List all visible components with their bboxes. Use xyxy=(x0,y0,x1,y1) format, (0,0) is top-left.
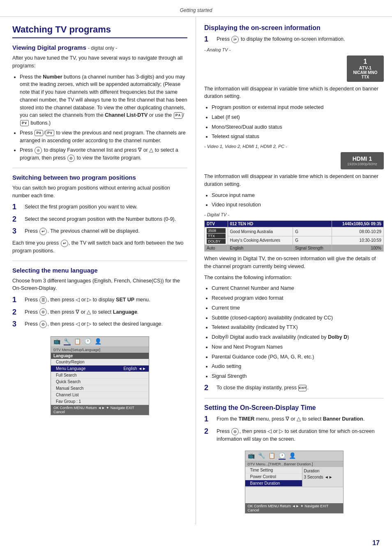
banner-menu-breadcrumb: DTV Menu...[TIMER...Banner Duration.] xyxy=(245,461,343,467)
header-text: Getting started xyxy=(180,7,212,13)
analog-tv-label: - Analog TV - xyxy=(204,47,384,52)
menu-item-manualsearch: Manual Search xyxy=(51,385,149,392)
hdmi-osd-display: HDMI 1 1920x1080p/60Hz xyxy=(204,152,384,169)
menu-item-quicksearch: Quick Search xyxy=(51,379,149,385)
divider1 xyxy=(12,168,187,168)
dtv-rating1: G xyxy=(293,227,332,236)
section3-intro: Choose from 3 different languages (Engli… xyxy=(12,277,187,293)
back-icon: ↩ xyxy=(39,228,47,235)
dtv-time1: 08:00-10:29 xyxy=(332,227,383,236)
banner-menu-item-banner: Banner Duration xyxy=(245,480,302,487)
menu-item-favgroup: Fav Group : 1 xyxy=(51,398,149,405)
dtv-time2: 10:30-10:59 xyxy=(332,236,383,245)
menu-screenshot-wrapper: 📺 🔧 📋 🕐 👤 DTV Menu[Setup/Language] Langu… xyxy=(12,332,187,419)
banner-menu-wrapper: 📺 🔧 📋 🕐 👤 DTV Menu...[TIMER...Banner Dur… xyxy=(204,446,384,518)
list-item: Current Channel Number and Name xyxy=(212,284,384,292)
list-item: Video input resolution xyxy=(212,201,384,209)
list-item: Parental Guidance code (PG, MA, G, R, et… xyxy=(212,353,384,361)
section-osd-title: Displaying the on-screen information xyxy=(204,24,384,32)
section1-intro: After you have tuned the TV, you have se… xyxy=(12,54,187,70)
section-osd-time-title: Setting the On-Screen-Display Time xyxy=(204,404,384,412)
divider-right xyxy=(204,398,384,398)
osd-steps: 1 Press i+ to display the following on-s… xyxy=(204,35,384,44)
video-info-text: The information will disappear in variab… xyxy=(204,173,384,188)
list-item: Source input name xyxy=(212,192,384,199)
list-item: Now and Next Program Names xyxy=(212,343,384,351)
banner-menu-item-time: Time Setting xyxy=(245,467,302,474)
menu-icon-list: 📋 xyxy=(74,338,81,345)
p-down-icon2: P∨ xyxy=(46,130,54,136)
menu-icon-tv2: 📺 xyxy=(248,452,255,460)
ok-icon: ⊙ xyxy=(67,155,75,162)
list-item: Label (if set) xyxy=(212,113,384,121)
list-item: Teletext availability (indicated by TTX) xyxy=(212,324,384,331)
list-item: Audio setting xyxy=(212,363,384,370)
dtv-table-row1: 3508 TTX DOLBY Good Morning Australia G … xyxy=(205,227,384,236)
menu-icon-person: 👤 xyxy=(95,338,101,345)
dtv-icons-cell: 3508 TTX DOLBY xyxy=(205,227,228,245)
step-item: 2 To close the display instantly, press … xyxy=(204,384,384,393)
step-item: 1 Press i+ to display the following on-s… xyxy=(204,35,384,44)
right-column: Displaying the on-screen information 1 P… xyxy=(196,17,392,525)
menu-item-country: Country/Region xyxy=(51,359,149,365)
menu-icon-person2: 👤 xyxy=(289,452,296,460)
section-osd: Displaying the on-screen information 1 P… xyxy=(204,24,384,392)
digital-tv-label: - Digital TV - xyxy=(204,212,384,217)
section3-steps: 1 Press ☰, then press ◁ or ▷ to display … xyxy=(12,296,187,329)
banner-menu-footer: OK Confirm MENU Return ◄► ✦ Navigate EXI… xyxy=(245,503,343,513)
divider2 xyxy=(12,261,187,261)
p-up-icon: P∧ xyxy=(174,112,182,119)
list-item: Press the Number buttons (a channel numb… xyxy=(20,73,187,127)
banner-menu-screenshot: 📺 🔧 📋 🕐 👤 DTV Menu...[TIMER...Banner Dur… xyxy=(245,451,344,513)
dtv-header-col3: 1440x1080,50i 09:35 xyxy=(332,221,383,227)
list-item: Received program video format xyxy=(212,294,384,302)
hdmi-osd-box: HDMI 1 1920x1080p/60Hz xyxy=(341,152,384,169)
list-item: Signal Strength xyxy=(212,372,384,380)
dtv-prog2: Huey's Cooking Adventures xyxy=(228,236,293,245)
step-item: 1 From the TIMER menu, press ∇ or △ to s… xyxy=(204,415,384,424)
menu-item-fullsearch: Full Search xyxy=(51,372,149,379)
section1-bullets: Press the Number buttons (a channel numb… xyxy=(20,73,187,162)
list-item: Teletext signal status xyxy=(212,133,384,141)
p-up-icon2: P∧ xyxy=(35,130,43,136)
menu-icons-row: 📺 🔧 📋 🕐 👤 xyxy=(51,337,149,347)
ok-icon4: ⊙ xyxy=(231,428,239,435)
dtv-table: DTV 012 TEN HD 1440x1080,50i 09:35 3508 xyxy=(204,220,384,252)
dtv-header-col1: DTV xyxy=(205,221,228,227)
analog-bullets: Program position or external input mode … xyxy=(212,104,384,141)
section1-title: Viewing Digital programs - digital only … xyxy=(12,44,187,51)
section-osd-time: Setting the On-Screen-Display Time 1 Fro… xyxy=(204,404,384,517)
list-item: Press ☆ to display Favorite channel list… xyxy=(20,146,187,162)
section2-intro: You can switch two program positions wit… xyxy=(12,184,187,200)
section3-title: Selecting the menu language xyxy=(12,267,187,274)
dtv-table-footer: Auto English Signal Strength 100% xyxy=(205,245,384,252)
dtv-rating2: G xyxy=(293,236,332,245)
banner-menu-item-power: Power Control xyxy=(245,474,302,480)
dtv-contains: The contains the following information: xyxy=(204,274,384,282)
back-icon2: ↩ xyxy=(61,240,68,247)
fav-icon: ☆ xyxy=(35,147,42,154)
step-item: 2 Press ⊙, then press ◁ or ▷ to set dura… xyxy=(204,427,384,443)
step-item: 2 Press ⊙, then press ∇ or △ to select L… xyxy=(12,308,187,317)
page-header: Getting started xyxy=(0,0,392,17)
info-icon: i+ xyxy=(231,36,239,43)
step-item: 3 Press ⊙, then press ◁ or ▷ to select t… xyxy=(12,320,187,329)
section2-title: Switching between two program positions xyxy=(12,174,187,181)
menu-item-channellist: Channel List xyxy=(51,392,149,398)
menu-icon-clock: 🕐 xyxy=(84,338,91,345)
menu-icon-list2: 📋 xyxy=(268,452,275,460)
page-number: 17 xyxy=(372,539,380,547)
list-item: Press P∧/P∨ to view the previous and nex… xyxy=(20,129,187,145)
step-item: 1 Select the first program position you … xyxy=(12,203,187,212)
menu-icon-tv: 📺 xyxy=(53,338,60,345)
dtv-info: When viewing in Digital TV, the on-scree… xyxy=(204,255,384,271)
exit-icon: EXIT xyxy=(298,385,307,391)
list-item: Program position or external input mode … xyxy=(212,104,384,111)
list-item: Mono/Stereo/Dual audio status xyxy=(212,123,384,131)
dtv-table-header: DTV 012 TEN HD 1440x1080,50i 09:35 xyxy=(205,221,384,227)
section2-steps: 1 Select the first program position you … xyxy=(12,203,187,236)
section-language: Selecting the menu language Choose from … xyxy=(12,267,187,419)
banner-duration-panel: Duration 3 Seconds ◄► xyxy=(302,467,343,487)
main-title: Watching TV programs xyxy=(12,24,187,38)
step-item: 2 Select the second program position wit… xyxy=(12,215,187,224)
